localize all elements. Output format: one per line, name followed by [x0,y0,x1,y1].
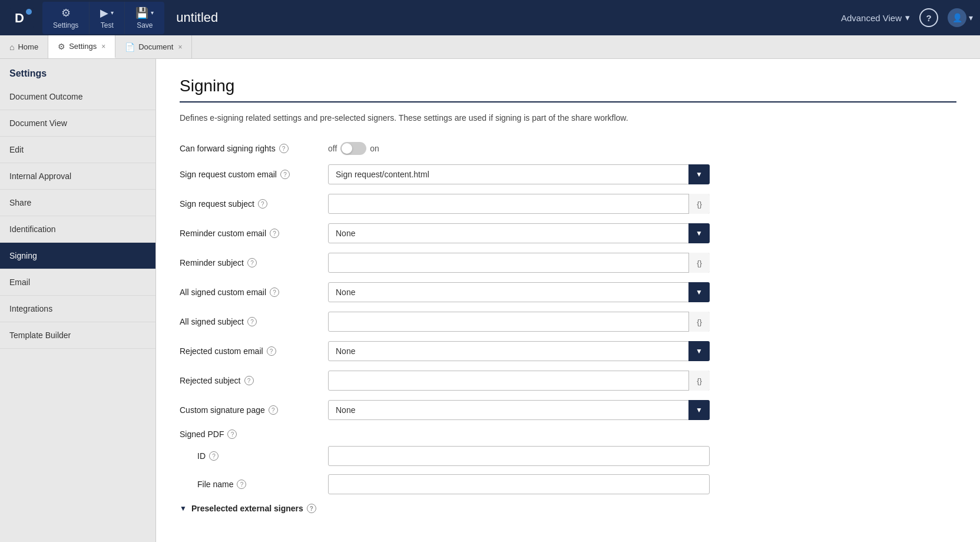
sidebar-item-template-builder-label: Template Builder [9,331,71,340]
sidebar-item-document-view[interactable]: Document View [0,110,155,137]
field-row-rejected-email: Rejected custom email ? None ▼ [180,341,710,361]
sidebar: Settings Document Outcome Document View … [0,59,156,542]
save-action[interactable]: 💾 ▾ Save [125,2,164,34]
custom-signature-page-control: None ▼ [328,400,710,420]
toggle-on-label: on [370,144,379,153]
field-row-all-signed-subject: All signed subject ? {} [180,312,710,332]
tab-document-close[interactable]: × [178,43,182,51]
sign-request-subject-help[interactable]: ? [258,199,267,209]
all-signed-subject-help[interactable]: ? [247,317,257,326]
signed-pdf-help[interactable]: ? [227,429,237,439]
svg-text:D: D [15,11,24,25]
rejected-subject-control: {} [328,371,710,391]
reminder-email-control: None ▼ [328,223,710,243]
signed-pdf-id-help[interactable]: ? [209,451,218,461]
tab-home[interactable]: ⌂ Home [0,35,48,58]
tab-settings-close[interactable]: × [101,42,105,51]
sidebar-item-edit[interactable]: Edit [0,137,155,163]
preselected-signers-arrow[interactable]: ▼ [180,504,187,513]
rejected-email-help[interactable]: ? [267,346,276,356]
reminder-subject-input[interactable] [328,253,710,273]
field-row-sign-request-subject: Sign request subject ? {} [180,194,710,214]
main-layout: Settings Document Outcome Document View … [0,59,980,542]
save-action-label: Save [137,21,153,29]
sidebar-item-document-view-label: Document View [9,118,67,128]
sidebar-item-email[interactable]: Email [0,269,155,296]
form-section: Can forward signing rights ? off on [180,142,710,513]
nav-right-group: Advanced View ▾ ? 👤 ▾ [841,8,973,27]
advanced-view-button[interactable]: Advanced View ▾ [841,12,910,23]
rejected-subject-curly[interactable]: {} [688,371,710,391]
sidebar-item-identification[interactable]: Identification [0,216,155,243]
all-signed-email-help[interactable]: ? [270,287,279,297]
all-signed-subject-control: {} [328,312,710,332]
can-forward-help[interactable]: ? [279,144,289,153]
sidebar-item-document-outcome-label: Document Outcome [9,92,83,101]
sign-request-email-help[interactable]: ? [280,170,290,179]
tab-document[interactable]: 📄 Document × [115,35,192,58]
can-forward-toggle[interactable] [340,142,366,155]
all-signed-email-select[interactable]: None [328,282,710,302]
test-action[interactable]: ▶ ▾ Test [90,2,125,34]
sidebar-item-share-label: Share [9,198,31,207]
all-signed-email-label: All signed custom email ? [180,287,321,297]
preselected-signers-row: ▼ Preselected external signers ? [180,504,710,513]
all-signed-subject-label: All signed subject ? [180,317,321,326]
sidebar-item-document-outcome[interactable]: Document Outcome [0,84,155,110]
help-icon: ? [926,13,931,23]
sidebar-item-signing[interactable]: Signing [0,243,155,269]
custom-signature-page-help[interactable]: ? [269,405,278,415]
svg-point-2 [26,9,32,15]
user-menu-button[interactable]: 👤 ▾ [948,8,973,27]
sign-request-email-select[interactable]: Sign request/content.html [328,164,710,184]
reminder-email-help[interactable]: ? [270,229,279,238]
preselected-signers-help[interactable]: ? [307,504,316,513]
signed-pdf-id-control [328,446,710,466]
reminder-email-select[interactable]: None [328,223,710,243]
advanced-view-arrow: ▾ [905,12,910,23]
can-forward-label: Can forward signing rights ? [180,144,321,153]
signed-pdf-filename-input[interactable] [328,474,710,494]
sign-request-subject-curly[interactable]: {} [688,194,710,214]
all-signed-subject-input[interactable] [328,312,710,332]
signed-pdf-filename-help[interactable]: ? [237,480,246,489]
app-logo[interactable]: D [7,3,37,32]
sign-request-subject-label: Sign request subject ? [180,199,321,209]
save-dropdown-arrow: ▾ [151,9,154,16]
all-signed-subject-curly[interactable]: {} [688,312,710,332]
preselected-signers-label: Preselected external signers ? [191,504,316,513]
tab-bar: ⌂ Home ⚙ Settings × 📄 Document × [0,35,980,59]
settings-action-label: Settings [53,21,78,29]
sidebar-item-edit-label: Edit [9,145,24,154]
rejected-email-select[interactable]: None [328,341,710,361]
custom-signature-page-select[interactable]: None [328,400,710,420]
rejected-subject-help[interactable]: ? [244,376,254,385]
signed-pdf-header-row: Signed PDF ? [180,429,710,439]
can-forward-control: off on [328,142,710,155]
custom-signature-page-label: Custom signature page ? [180,405,321,415]
reminder-subject-curly[interactable]: {} [688,253,710,273]
document-tab-icon: 📄 [125,42,135,52]
reminder-subject-help[interactable]: ? [247,258,257,267]
reminder-email-label: Reminder custom email ? [180,229,321,238]
content-area: Signing Defines e-signing related settin… [156,59,980,542]
sidebar-item-email-label: Email [9,277,30,287]
signed-pdf-section-label: Signed PDF ? [180,429,321,439]
sidebar-item-internal-approval[interactable]: Internal Approval [0,163,155,190]
help-button[interactable]: ? [919,8,938,27]
tab-settings[interactable]: ⚙ Settings × [48,35,115,58]
sidebar-item-template-builder[interactable]: Template Builder [0,322,155,349]
sidebar-item-signing-label: Signing [9,251,37,260]
tab-home-label: Home [18,42,38,51]
settings-action[interactable]: ⚙ Settings [42,2,90,34]
save-nav-icon: 💾 [135,6,148,19]
signed-pdf-filename-row: File name ? [180,474,710,494]
rejected-subject-input[interactable] [328,371,710,391]
settings-tab-icon: ⚙ [58,42,65,51]
sidebar-item-integrations[interactable]: Integrations [0,296,155,322]
sidebar-item-share[interactable]: Share [0,190,155,216]
signed-pdf-id-input[interactable] [328,446,710,466]
signed-pdf-id-row: ID ? [180,446,710,466]
sign-request-subject-input[interactable] [328,194,710,214]
field-row-reminder-email: Reminder custom email ? None ▼ [180,223,710,243]
